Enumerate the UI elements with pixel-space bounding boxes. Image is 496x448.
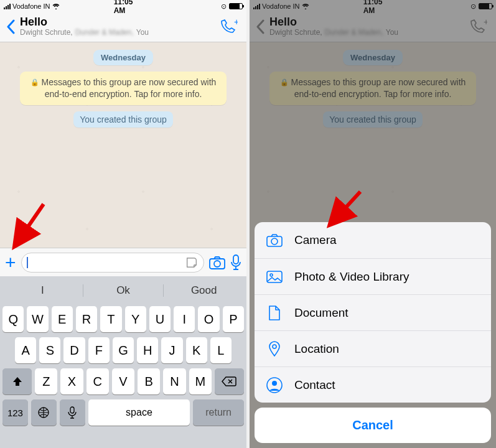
svg-point-12 — [270, 274, 273, 276]
sheet-item-camera[interactable]: Camera — [255, 222, 491, 258]
call-button[interactable]: + — [217, 16, 240, 37]
clock: 11:05 AM — [114, 0, 133, 15]
action-sheet: Camera Photo & Video Library Document — [255, 222, 491, 443]
phone-right: Vodafone IN 11:05 AM ⊙ Hello Dwight Schr… — [250, 0, 496, 448]
chat-title-block[interactable]: Hello Dwight Schrute, Dunder & Maden, Yo… — [20, 16, 217, 37]
key[interactable]: S — [39, 337, 60, 363]
key[interactable]: M — [189, 368, 212, 394]
back-button[interactable] — [6, 19, 20, 34]
key[interactable]: V — [112, 368, 134, 394]
phone-left: Vodafone IN 11:05 AM ⊙ Hello Dwight Schr… — [0, 0, 246, 448]
system-message: You created this group — [73, 111, 173, 128]
input-bar: + — [0, 248, 246, 276]
wifi-icon — [52, 3, 60, 9]
key[interactable]: R — [76, 306, 97, 332]
svg-text:+: + — [234, 19, 238, 27]
key[interactable]: T — [100, 306, 121, 332]
photo-icon — [266, 270, 283, 284]
text-caret — [27, 257, 28, 268]
key[interactable]: J — [161, 337, 182, 363]
key[interactable]: U — [149, 306, 171, 332]
document-icon — [266, 305, 283, 321]
camera-icon — [266, 233, 283, 247]
signal-icon — [4, 4, 11, 9]
key[interactable]: L — [210, 337, 232, 363]
carrier-label: Vodafone IN — [12, 2, 50, 10]
svg-point-13 — [273, 345, 276, 348]
key[interactable]: N — [163, 368, 185, 394]
svg-point-15 — [272, 381, 277, 386]
contact-icon — [266, 377, 283, 393]
key-row-2: A S D F G H J K L — [2, 337, 244, 363]
chat-header: Hello Dwight Schrute, Dunder & Maden, Yo… — [0, 12, 246, 42]
key[interactable]: E — [52, 306, 73, 332]
key-row-4: 123 space return — [2, 399, 244, 426]
chat-body[interactable]: Wednesday 🔒 Messages to this group are n… — [0, 42, 246, 248]
sheet-cancel-button[interactable]: Cancel — [255, 408, 491, 443]
sheet-label: Photo & Video Library — [294, 270, 409, 284]
key[interactable]: O — [198, 306, 219, 332]
key[interactable]: Q — [2, 306, 24, 332]
svg-rect-6 — [70, 407, 74, 413]
key[interactable]: A — [15, 337, 36, 363]
dictate-key[interactable] — [60, 399, 85, 426]
suggestion[interactable]: Ok — [83, 284, 164, 297]
alarm-icon: ⊙ — [221, 2, 227, 11]
chat-subtitle: Dwight Schrute, Dunder & Maden, You — [20, 29, 217, 37]
suggestion-row: I Ok Good — [2, 280, 244, 301]
suggestion[interactable]: I — [2, 284, 83, 297]
message-input[interactable] — [21, 253, 204, 273]
svg-rect-4 — [233, 255, 238, 264]
svg-rect-11 — [267, 271, 282, 282]
attach-button[interactable]: + — [5, 252, 16, 273]
camera-button[interactable] — [209, 256, 225, 269]
return-key[interactable]: return — [193, 399, 244, 426]
sheet-label: Document — [294, 306, 349, 320]
space-key[interactable]: space — [88, 399, 190, 426]
sheet-label: Camera — [294, 233, 337, 247]
key[interactable]: D — [63, 337, 85, 363]
sheet-item-document[interactable]: Document — [255, 294, 491, 330]
key[interactable]: Y — [125, 306, 146, 332]
sheet-item-library[interactable]: Photo & Video Library — [255, 258, 491, 294]
key[interactable]: C — [87, 368, 109, 394]
key[interactable]: H — [137, 337, 158, 363]
status-bar: Vodafone IN 11:05 AM ⊙ — [0, 0, 246, 12]
key[interactable]: G — [113, 337, 134, 363]
sheet-label: Location — [294, 342, 339, 356]
mic-button[interactable] — [230, 254, 241, 271]
sheet-item-contact[interactable]: Contact — [255, 366, 491, 403]
sheet-label: Contact — [294, 378, 335, 392]
svg-point-3 — [214, 261, 220, 267]
globe-key[interactable] — [31, 399, 57, 426]
key[interactable]: I — [174, 306, 195, 332]
key[interactable]: K — [186, 337, 207, 363]
key[interactable]: B — [138, 368, 160, 394]
key[interactable]: W — [27, 306, 48, 332]
delete-key[interactable] — [215, 368, 244, 394]
battery-icon — [229, 3, 243, 9]
sheet-item-location[interactable]: Location — [255, 330, 491, 366]
sticker-button[interactable] — [185, 256, 199, 269]
svg-point-10 — [271, 238, 278, 245]
key[interactable]: P — [223, 306, 244, 332]
key-row-3: Z X C V B N M — [2, 368, 244, 394]
numbers-key[interactable]: 123 — [2, 399, 28, 426]
location-icon — [266, 341, 283, 357]
keyboard: I Ok Good Q W E R T Y U I O P A S D F — [0, 276, 246, 448]
lock-icon: 🔒 — [30, 78, 39, 86]
key[interactable]: X — [60, 368, 83, 394]
suggestion[interactable]: Good — [163, 284, 244, 297]
key-row-1: Q W E R T Y U I O P — [2, 306, 244, 332]
encryption-notice[interactable]: 🔒 Messages to this group are now secured… — [20, 72, 227, 105]
shift-key[interactable] — [2, 368, 32, 394]
chat-title: Hello — [20, 16, 217, 29]
key[interactable]: F — [88, 337, 110, 363]
key[interactable]: Z — [35, 368, 57, 394]
day-chip: Wednesday — [93, 50, 153, 65]
